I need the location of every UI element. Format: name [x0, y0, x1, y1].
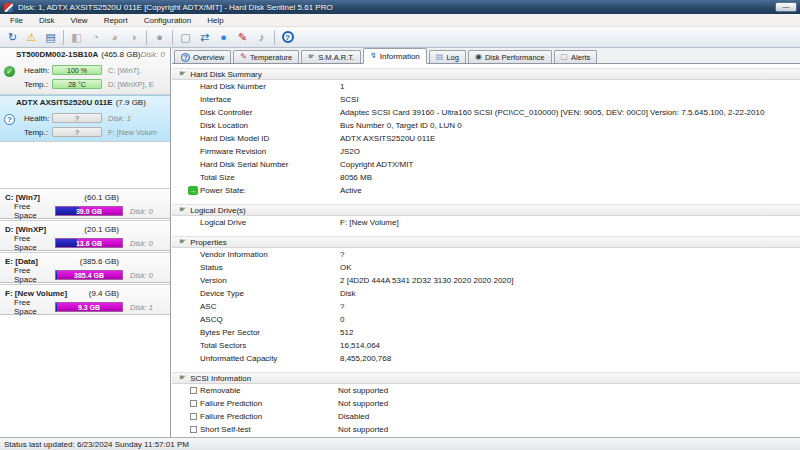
health-right-text: C: [Win7], [108, 66, 170, 75]
info-row: Hard Disk Number1 [172, 80, 800, 93]
health-meter: 100 % [52, 65, 102, 75]
info-value: Bus Number 0, Target ID 0, LUN 0 [340, 121, 462, 130]
info-label: Power State: [200, 186, 340, 195]
sphere-icon: ● [156, 32, 163, 43]
info-value: 1 [340, 82, 344, 91]
info-value: OK [340, 263, 352, 272]
info-value: JS2O [340, 147, 360, 156]
info-value: Copyright ADTX/MIT [340, 160, 413, 169]
section-header[interactable]: ☛SCSI Information [172, 372, 800, 384]
info-row: Failure PredictionNot supported [172, 397, 800, 410]
app-icon [4, 3, 13, 12]
tab-overview[interactable]: ?Overview [174, 50, 231, 63]
menu-item-view[interactable]: View [62, 16, 95, 25]
disk-item-header: ADTX AXSITS2520U 011E(7.9 GB) [0, 96, 170, 111]
free-space-bar: 9.3 GB [55, 302, 123, 312]
network-icon[interactable]: ● [214, 29, 233, 46]
tab-log[interactable]: ▤Log [429, 50, 466, 63]
monitor-pen-icon: ✎ [238, 32, 247, 43]
status-bar: Status last updated: 6/23/2024 Sunday 11… [0, 437, 800, 450]
warning-icon[interactable]: ⚠ [22, 29, 41, 46]
free-space-label: Free Space [14, 298, 55, 316]
info-label: Total Size [200, 173, 340, 182]
help-icon[interactable]: ? [278, 29, 297, 46]
partition-item[interactable]: F: [New Volume](9.4 GB)Free Space9.3 GBD… [0, 284, 170, 315]
menu-item-help[interactable]: Help [199, 16, 231, 25]
info-row: Disk ControllerAdaptec SCSI Card 39160 -… [172, 106, 800, 119]
checkbox-icon[interactable] [190, 400, 197, 407]
info-label: Failure Prediction [200, 399, 338, 408]
info-row: Short Self-testNot supported [172, 423, 800, 436]
info-row: →Power State:Active [172, 184, 800, 197]
toolbar: ↻⚠▤◧◔◕◑●▢⇄●✎♪? [0, 27, 800, 48]
speaker-icon[interactable]: ♪ [252, 29, 271, 46]
info-value: Disk [340, 289, 356, 298]
temp-right-text: D: [WinXP], E [108, 80, 170, 89]
section-header[interactable]: ☛Logical Drive(s) [172, 204, 800, 216]
disk-tool-icon-3: ◕ [105, 29, 124, 46]
disk-item[interactable]: ?ADTX AXSITS2520U 011E(7.9 GB)Health:?Di… [0, 95, 170, 142]
info-value: ? [340, 302, 344, 311]
disk-size: (7.9 GB) [116, 98, 146, 107]
menu-item-configuration[interactable]: Configuration [136, 16, 200, 25]
refresh-icon[interactable]: ↻ [3, 29, 22, 46]
info-value: ADTX AXSITS2520U 011E [340, 134, 435, 143]
disk-report-icon[interactable]: ▤ [41, 29, 60, 46]
temp-label: Temp.: [24, 128, 52, 137]
info-row: RemovableNot supported [172, 384, 800, 397]
info-label: Vendor Information [200, 250, 340, 259]
menu-item-report[interactable]: Report [96, 16, 136, 25]
info-row: Total Sectors16,514,064 [172, 339, 800, 352]
info-row: InterfaceSCSI [172, 93, 800, 106]
disk-tool-icon-1: ◧ [71, 32, 81, 43]
info-value: Not supported [338, 425, 388, 434]
checkbox-icon[interactable] [190, 426, 197, 433]
section-header[interactable]: ☛Hard Disk Summary [172, 68, 800, 80]
tab-s-m-a-r-t-[interactable]: ☛S.M.A.R.T. [301, 50, 361, 63]
panel-icon[interactable]: ▢ [176, 29, 195, 46]
checkbox-icon[interactable] [190, 413, 197, 420]
section-header[interactable]: ☛Properties [172, 236, 800, 248]
section-collapse-icon: ☛ [179, 238, 186, 246]
info-value: 8,455,200,768 [340, 354, 391, 363]
tab-temperature[interactable]: ✎Temperature [233, 50, 299, 63]
menu-item-file[interactable]: File [2, 16, 31, 25]
tab-information[interactable]: ↯Information [363, 48, 427, 64]
partition-size: (60.1 GB) [84, 193, 119, 202]
partition-item[interactable]: E: [Data](385.6 GB)Free Space385.4 GBDis… [0, 252, 170, 283]
partition-label: E: [Data] [5, 257, 38, 266]
info-value: 16,514,064 [340, 341, 380, 350]
checkbox-icon[interactable] [190, 387, 197, 394]
free-space-bar: 39.0 GB [55, 206, 123, 216]
section-collapse-icon: ☛ [179, 374, 186, 382]
temp-meter: 28 °C [52, 79, 102, 89]
tab-alerts[interactable]: ▢Alerts [554, 50, 598, 63]
minimize-button[interactable]: — [775, 2, 797, 12]
toolbar-separator [274, 30, 275, 45]
partition-disk-label: Disk: 0 [130, 207, 153, 216]
partition-size: (9.4 GB) [89, 289, 119, 298]
info-row: Logical DriveF: [New Volume] [172, 216, 800, 229]
log-icon: ▤ [436, 53, 444, 61]
section-collapse-icon: ☛ [179, 206, 186, 214]
info-label: Status [200, 263, 340, 272]
partition-item[interactable]: D: [WinXP](20.1 GB)Free Space13.6 GBDisk… [0, 220, 170, 251]
sync-icon[interactable]: ⇄ [195, 29, 214, 46]
menu-item-disk[interactable]: Disk [31, 16, 63, 25]
overview-icon: ? [181, 53, 190, 62]
free-space-label: Free Space [14, 234, 55, 252]
smart-icon: ☛ [308, 53, 315, 61]
network-icon: ● [220, 32, 227, 43]
partition-item[interactable]: C: [Win7](60.1 GB)Free Space39.0 GBDisk:… [0, 188, 170, 219]
info-label: Hard Disk Serial Number [200, 160, 340, 169]
health-label: Health: [24, 66, 52, 75]
toolbar-separator [63, 30, 64, 45]
disk-item[interactable]: ✓ST500DM002-1SB10A(465.8 GB)Disk: 0Healt… [0, 48, 170, 95]
tab-disk-performance[interactable]: ◉Disk Performance [468, 50, 552, 63]
sync-icon: ⇄ [200, 32, 209, 43]
disk-tool-icon-2: ◔ [92, 32, 99, 43]
free-space-value: 385.4 GB [56, 271, 122, 279]
monitor-pen-icon[interactable]: ✎ [233, 29, 252, 46]
disk-model: ADTX AXSITS2520U 011E [16, 98, 113, 107]
disk-temp-row: Temp.:?F: [New Volum [0, 125, 170, 139]
